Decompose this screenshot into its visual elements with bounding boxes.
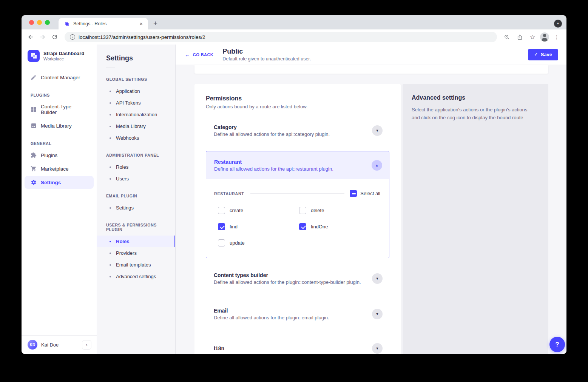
sidebar-item-label: Marketplace	[41, 166, 69, 172]
subnav-item-up-roles[interactable]: Roles	[97, 236, 175, 247]
bullet-icon	[110, 253, 111, 254]
avatar[interactable]: KD	[28, 340, 37, 350]
sidebar-item-marketplace[interactable]: Marketplace	[25, 162, 94, 175]
forward-icon[interactable]	[37, 32, 48, 42]
tab-search-icon[interactable]: ▼	[554, 20, 562, 28]
permission-checkbox-update[interactable]: update	[218, 239, 299, 246]
subnav-item-internationalization[interactable]: Internationalization	[97, 109, 175, 120]
tab-close-icon[interactable]: ×	[138, 20, 144, 27]
strapi-logo-icon	[28, 50, 40, 62]
checkbox[interactable]	[299, 223, 306, 230]
accordion-content-types-builder[interactable]: Content types builder Define all allowed…	[206, 267, 389, 290]
sidebar-item-media-library[interactable]: Media Library	[25, 119, 94, 132]
bullet-icon	[110, 178, 111, 180]
new-tab-button[interactable]: +	[153, 19, 157, 28]
select-all-control[interactable]: Select all	[350, 190, 380, 197]
close-window-button[interactable]	[29, 20, 34, 25]
permission-checkbox-create[interactable]: create	[218, 207, 299, 214]
chevron-down-icon[interactable]: ▼	[372, 309, 383, 319]
sidebar-section-general: GENERAL	[25, 133, 94, 149]
group-label: RESTAURANT	[214, 191, 244, 196]
chevron-up-icon[interactable]: ▲	[372, 160, 382, 171]
permission-checkbox-delete[interactable]: delete	[299, 207, 380, 214]
accordion-category[interactable]: Category Define all allowed actions for …	[206, 119, 389, 142]
bullet-icon	[110, 114, 111, 116]
permission-checkbox-grid: create delete find	[214, 198, 380, 246]
chevron-down-icon[interactable]: ▼	[372, 343, 383, 354]
subnav-item-providers[interactable]: Providers	[97, 247, 175, 259]
permissions-card: Permissions Only actions bound by a rout…	[194, 84, 401, 354]
restaurant-group-row: RESTAURANT Select all	[214, 190, 380, 197]
bullet-icon	[110, 241, 111, 242]
user-name: Kai Doe	[41, 342, 78, 348]
sidebar-item-content-type-builder[interactable]: Content-Type Builder	[25, 100, 94, 119]
chevron-down-icon[interactable]: ▼	[372, 273, 383, 284]
divider	[106, 68, 115, 68]
checkbox[interactable]	[299, 207, 306, 214]
bullet-icon	[110, 276, 111, 277]
sidebar-item-label: Plugins	[41, 152, 57, 158]
traffic-lights	[29, 20, 50, 25]
subnav-heading: USERS & PERMISSIONS PLUGIN	[97, 220, 175, 236]
sidebar-item-label: Content-Type Builder	[41, 104, 88, 115]
back-arrow-icon: ←	[185, 52, 190, 58]
workspace-brand[interactable]: Strapi Dashboard Workplace	[22, 45, 97, 67]
share-icon[interactable]	[514, 32, 525, 42]
sidebar-item-label: Content Manager	[41, 75, 80, 80]
subnav-section-email-plugin: EMAIL PLUGIN Settings	[97, 191, 175, 214]
zoom-window-button[interactable]	[45, 20, 50, 25]
main-content: ← GO BACK Public Default role given to u…	[176, 45, 566, 354]
browser-tab[interactable]: Settings - Roles ×	[59, 18, 148, 29]
subnav-item-webhooks[interactable]: Webhooks	[97, 132, 175, 144]
sidebar-item-settings[interactable]: Settings	[25, 176, 94, 189]
go-back-link[interactable]: ← GO BACK	[185, 52, 213, 58]
scroll-area[interactable]: Permissions Only actions bound by a rout…	[176, 65, 566, 354]
checkbox[interactable]	[218, 207, 225, 214]
browser-profile-icon[interactable]	[540, 32, 549, 42]
collapse-sidebar-button[interactable]: ‹	[82, 340, 91, 350]
bullet-icon	[110, 102, 111, 104]
sidebar-item-plugins[interactable]: Plugins	[25, 149, 94, 162]
subnav-heading: EMAIL PLUGIN	[97, 191, 175, 202]
accordion-email[interactable]: Email Define all allowed actions for the…	[206, 303, 389, 325]
checkbox[interactable]	[218, 239, 225, 246]
toolbar-actions: ☆ ⋮	[502, 32, 562, 42]
accordion-restaurant: Restaurant Define all allowed actions fo…	[206, 151, 389, 258]
advanced-settings-title: Advanced settings	[412, 94, 539, 101]
reload-icon[interactable]	[49, 32, 60, 42]
url-bar[interactable]: i localhost:1337/admin/settings/users-pe…	[65, 32, 497, 42]
subnav-section-users-permissions: USERS & PERMISSIONS PLUGIN Roles Provide…	[97, 220, 175, 282]
subnav-item-application[interactable]: Application	[97, 85, 175, 97]
help-button[interactable]: ?	[549, 337, 565, 352]
subnav-item-email-templates[interactable]: Email templates	[97, 259, 175, 271]
chevron-down-icon[interactable]: ▼	[372, 125, 383, 136]
checkbox[interactable]	[218, 223, 225, 230]
minimize-window-button[interactable]	[37, 20, 42, 25]
permission-checkbox-findone[interactable]: findOne	[299, 223, 380, 230]
permissions-subtitle: Only actions bound by a route are listed…	[206, 104, 389, 109]
subnav-item-email-settings[interactable]: Settings	[97, 202, 175, 214]
subnav-item-api-tokens[interactable]: API Tokens	[97, 97, 175, 109]
select-all-checkbox[interactable]	[350, 190, 357, 197]
accordion-i18n[interactable]: i18n ▼	[206, 338, 389, 354]
subnav-item-advanced-settings[interactable]: Advanced settings	[97, 271, 175, 282]
save-button[interactable]: ✓ Save	[528, 49, 558, 60]
browser-menu-icon[interactable]: ⋮	[551, 32, 562, 42]
subnav-item-admin-roles[interactable]: Roles	[97, 161, 175, 173]
sidebar-item-label: Media Library	[41, 123, 72, 129]
role-details-card-bottom	[194, 65, 548, 74]
layout-icon	[31, 106, 37, 112]
subnav-item-media-library[interactable]: Media Library	[97, 120, 175, 132]
accordion-restaurant-header[interactable]: Restaurant Define all allowed actions fo…	[206, 151, 389, 179]
advanced-settings-description: Select the application's actions or the …	[412, 106, 536, 122]
page-info-icon[interactable]: i	[70, 34, 75, 40]
zoom-out-icon[interactable]	[502, 32, 512, 42]
sidebar-item-content-manager[interactable]: Content Manager	[25, 71, 94, 84]
bookmark-star-icon[interactable]: ☆	[527, 32, 538, 42]
url-text[interactable]: localhost:1337/admin/settings/users-perm…	[79, 34, 205, 40]
sidebar-nav: Content Manager PLUGINS Content-Type Bui…	[22, 67, 97, 335]
back-icon[interactable]	[25, 32, 36, 42]
permission-checkbox-find[interactable]: find	[218, 223, 299, 230]
subnav-item-admin-users[interactable]: Users	[97, 173, 175, 185]
page-subtitle: Default role given to unauthenticated us…	[222, 56, 519, 62]
